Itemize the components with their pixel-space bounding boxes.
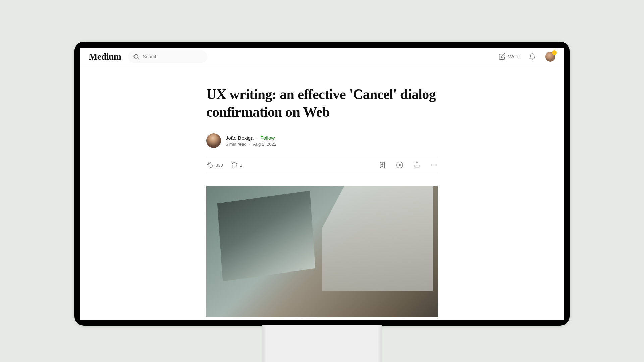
svg-marker-5 [399, 164, 401, 166]
monitor-stand [262, 325, 382, 362]
listen-button[interactable] [396, 161, 404, 169]
article-hero-image [206, 186, 438, 317]
responses-count: 1 [240, 163, 242, 168]
notifications-button[interactable] [529, 53, 536, 60]
top-bar: Medium Write [80, 48, 564, 66]
member-badge-icon [552, 50, 557, 55]
write-button[interactable]: Write [498, 53, 519, 60]
write-label: Write [508, 54, 519, 59]
clap-button[interactable]: 330 [206, 161, 223, 169]
responses-button[interactable]: 1 [231, 162, 242, 168]
author-name[interactable]: João Bexiga [226, 135, 254, 141]
more-button[interactable] [430, 161, 438, 169]
action-bar: 330 1 [206, 158, 438, 172]
comment-icon [231, 162, 238, 168]
claps-count: 330 [216, 163, 223, 168]
separator-dot: · [249, 142, 250, 147]
play-circle-icon [396, 161, 404, 169]
article: UX writing: an effective 'Cancel' dialog… [206, 66, 438, 317]
svg-point-8 [433, 164, 434, 165]
follow-button[interactable]: Follow [260, 135, 275, 141]
bell-icon [529, 53, 536, 60]
publish-date: Aug 1, 2022 [253, 142, 276, 147]
separator-dot: · [256, 135, 258, 141]
logo[interactable]: Medium [89, 51, 121, 62]
byline: João Bexiga · Follow 6 min read · Aug 1,… [206, 133, 438, 148]
search-input[interactable] [143, 54, 203, 59]
user-avatar[interactable] [545, 52, 555, 62]
search-field[interactable] [128, 50, 207, 63]
search-icon [133, 53, 140, 60]
svg-line-1 [137, 58, 139, 59]
bookmark-button[interactable] [379, 161, 386, 169]
more-horizontal-icon [430, 161, 438, 169]
article-title: UX writing: an effective 'Cancel' dialog… [206, 85, 438, 121]
author-avatar[interactable] [206, 133, 221, 148]
bookmark-icon [379, 161, 386, 169]
write-icon [498, 53, 506, 60]
read-time: 6 min read [226, 142, 246, 147]
share-icon [414, 162, 420, 168]
share-button[interactable] [414, 162, 420, 168]
svg-point-9 [436, 164, 437, 165]
svg-point-7 [431, 164, 432, 165]
clap-icon [206, 161, 214, 169]
